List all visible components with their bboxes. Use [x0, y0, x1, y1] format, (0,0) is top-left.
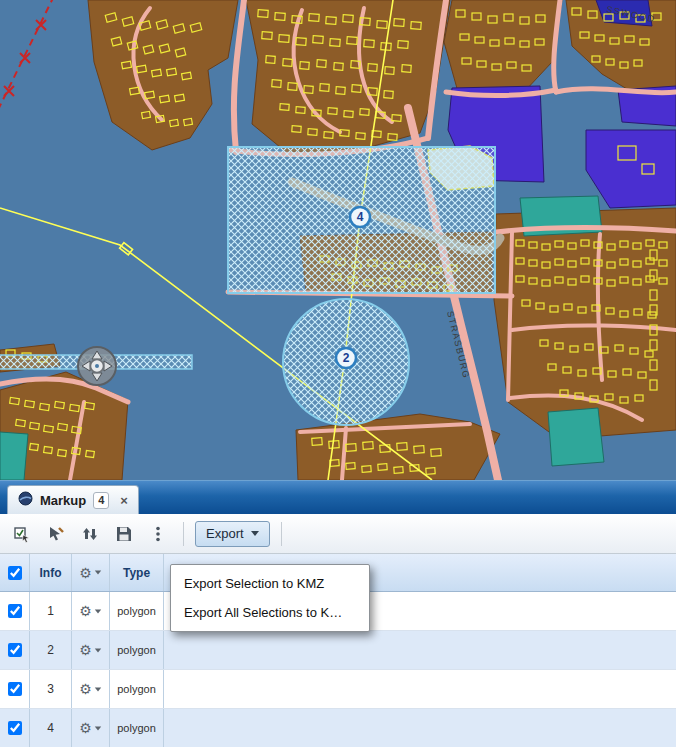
row-checkbox[interactable] [8, 721, 22, 735]
count-badge: 4 [93, 492, 109, 509]
gear-icon: ⚙ [79, 682, 92, 696]
caret-down-icon [251, 531, 259, 536]
caret-down-icon [95, 609, 101, 613]
caret-down-icon [95, 726, 101, 730]
reorder-button[interactable] [76, 521, 104, 547]
row-type: polygon [110, 709, 164, 747]
header-gear-button[interactable]: ⚙ [79, 566, 102, 580]
info-header: Info [30, 554, 72, 591]
row-gear-button[interactable]: ⚙ [79, 682, 102, 696]
row-select-cell [0, 670, 30, 708]
more-options-button[interactable] [144, 521, 172, 547]
markup-tab[interactable]: Markup 4 × [7, 485, 139, 514]
svg-text:4: 4 [357, 210, 364, 224]
caret-down-icon [95, 687, 101, 691]
toolbar-separator-2 [281, 522, 282, 546]
row-checkbox[interactable] [8, 643, 22, 657]
markup-marker-4[interactable]: 4 [350, 207, 370, 227]
markup-marker-2[interactable]: 2 [336, 348, 356, 368]
row-checkbox[interactable] [8, 604, 22, 618]
map-view[interactable]: STRASBURG SSWOOD 4 2 [0, 0, 676, 480]
row-gear-button[interactable]: ⚙ [79, 643, 102, 657]
select-all-cell [0, 554, 30, 591]
gear-icon: ⚙ [79, 643, 92, 657]
gear-icon: ⚙ [79, 721, 92, 735]
gear-icon: ⚙ [79, 566, 92, 580]
toolbar-separator [183, 522, 184, 546]
row-info: 3 [30, 670, 72, 708]
type-header: Type [110, 554, 164, 591]
row-gear-button[interactable]: ⚙ [79, 604, 102, 618]
row-actions-cell: ⚙ [72, 592, 110, 630]
app-window: STRASBURG SSWOOD 4 2 [0, 0, 676, 747]
select-all-checkbox[interactable] [8, 566, 22, 580]
edit-markup-icon [47, 525, 65, 543]
compass-widget[interactable] [78, 347, 116, 385]
panel-header: Markup 4 × [0, 480, 676, 514]
row-actions-cell: ⚙ [72, 709, 110, 747]
export-button-label: Export [206, 526, 244, 541]
export-menu: Export Selection to KMZExport All Select… [170, 564, 370, 632]
close-icon[interactable]: × [120, 494, 128, 507]
row-type: polygon [110, 592, 164, 630]
row-info: 2 [30, 631, 72, 669]
row-actions-cell: ⚙ [72, 670, 110, 708]
save-button[interactable] [110, 521, 138, 547]
table-row[interactable]: 3 ⚙ polygon [0, 670, 676, 709]
row-type: polygon [110, 631, 164, 669]
export-menu-item[interactable]: Export Selection to KMZ [171, 569, 369, 598]
select-features-button[interactable] [8, 521, 36, 547]
export-menu-item[interactable]: Export All Selections to K… [171, 598, 369, 627]
svg-text:2: 2 [343, 351, 350, 365]
row-info: 1 [30, 592, 72, 630]
markup-toolbar: Export [0, 514, 676, 554]
row-checkbox[interactable] [8, 682, 22, 696]
caret-down-icon [95, 571, 101, 575]
row-info: 4 [30, 709, 72, 747]
more-options-icon [149, 525, 167, 543]
actions-header: ⚙ [72, 554, 110, 591]
row-type: polygon [110, 670, 164, 708]
edit-markup-button[interactable] [42, 521, 70, 547]
select-features-icon [13, 525, 31, 543]
row-select-cell [0, 631, 30, 669]
gear-icon: ⚙ [79, 604, 92, 618]
save-icon [115, 525, 133, 543]
tab-title: Markup [40, 493, 86, 508]
table-row[interactable]: 2 ⚙ polygon [0, 631, 676, 670]
table-row[interactable]: 4 ⚙ polygon [0, 709, 676, 747]
markup-panel: Markup 4 × [0, 480, 676, 747]
row-select-cell [0, 592, 30, 630]
caret-down-icon [95, 648, 101, 652]
row-actions-cell: ⚙ [72, 631, 110, 669]
reorder-icon [81, 525, 99, 543]
export-button[interactable]: Export [195, 521, 270, 547]
row-gear-button[interactable]: ⚙ [79, 721, 102, 735]
row-select-cell [0, 709, 30, 747]
markup-globe-icon [18, 491, 33, 510]
